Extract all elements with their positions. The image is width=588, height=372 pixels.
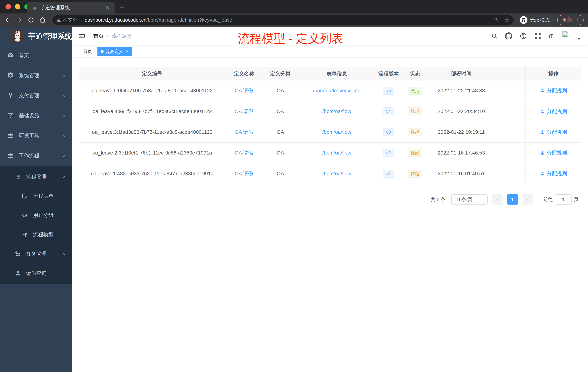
column-header-actions: 操作 <box>525 67 581 80</box>
form-link[interactable]: /bpm/oa/flow <box>322 171 351 176</box>
sidebar-item-label: 流程模型 <box>33 231 53 238</box>
sidebar-item-process-management[interactable]: 流程管理 ∧ <box>0 167 72 186</box>
text-size-icon[interactable]: tT <box>549 34 553 38</box>
definition-category: OA <box>263 129 298 135</box>
password-key-icon[interactable] <box>494 17 499 23</box>
app-title: 芋道管理系统 <box>28 31 72 41</box>
broken-image-icon <box>561 30 569 38</box>
sidebar-item-system[interactable]: 系统管理 ∨ <box>0 66 72 86</box>
sidebar-item-payment[interactable]: ¥ 支付管理 ∨ <box>0 86 72 106</box>
user-icon <box>540 109 545 114</box>
form-link[interactable]: /bpm/oa/flow <box>322 150 351 156</box>
definition-id: oa_leave:3:1fad3d93-7b75-11ec-a3c8-acde4… <box>79 129 225 135</box>
tags-view: 首页 流程定义 ✕ <box>72 45 588 58</box>
assign-rule-button[interactable]: 分配规则 <box>540 87 567 94</box>
assign-rule-button[interactable]: 分配规则 <box>540 170 567 177</box>
browser-update-button[interactable]: 更新 ⋮ <box>557 15 584 25</box>
toolbox-icon <box>7 152 14 159</box>
pagination-total: 共 5 条 <box>431 196 445 203</box>
sidebar-item-task-management[interactable]: 任务管理 ∨ <box>0 244 72 263</box>
bookmark-star-icon[interactable]: ☆ <box>504 17 510 23</box>
version-badge: v3 <box>383 128 394 136</box>
tab-close-icon[interactable]: ✕ <box>106 5 110 11</box>
sidebar-menu: 首页 系统管理 ∨ ¥ 支付管理 ∨ 基础设施 ∨ 研发工具 ∨ <box>0 45 72 284</box>
user-icon <box>540 130 545 135</box>
help-icon[interactable] <box>520 33 527 40</box>
breadcrumb-home[interactable]: 首页 <box>94 33 104 40</box>
definition-name-link[interactable]: OA 请假 <box>235 87 253 94</box>
sidebar-item-workflow[interactable]: 工作流程 ∧ <box>0 146 72 166</box>
workflow-submenu: 流程管理 ∧ 流程表单 用户分组 流程模型 任务管理 <box>0 166 72 284</box>
form-link[interactable]: /bpm/oa/flow <box>322 109 351 114</box>
toolbox-icon <box>7 132 14 139</box>
sidebar-collapse-icon[interactable] <box>78 33 85 40</box>
chevron-down-icon: ∨ <box>63 134 66 137</box>
sidebar-item-label: 请假查询 <box>26 270 47 277</box>
table-row: oa_leave:1:482ec033-762a-11ec-8477-a2380… <box>79 164 581 184</box>
breadcrumb: 首页 / 流程定义 <box>94 33 132 40</box>
app-logo <box>12 30 24 42</box>
home-button[interactable] <box>39 17 46 23</box>
definition-name-link[interactable]: OA 请假 <box>235 149 253 156</box>
form-link[interactable]: /bpm/oa/flow <box>322 129 351 135</box>
reload-button[interactable] <box>28 17 34 23</box>
search-icon[interactable] <box>491 33 498 39</box>
version-badge: v4 <box>383 107 394 115</box>
sidebar: 芋道管理系统 首页 系统管理 ∨ ¥ 支付管理 ∨ 基础设施 ∨ <box>0 27 72 372</box>
sidebar-item-leave-query[interactable]: 请假查询 <box>0 263 72 283</box>
sidebar-item-dev-tools[interactable]: 研发工具 ∨ <box>0 126 72 146</box>
window-minimize-button[interactable] <box>15 4 20 10</box>
sidebar-item-home[interactable]: 首页 <box>0 45 72 66</box>
chevron-up-icon: ∧ <box>63 154 66 157</box>
definition-category: OA <box>263 88 298 94</box>
tab-title: 芋道管理系统 <box>40 4 104 11</box>
incognito-label: 无痕模式 <box>530 17 550 23</box>
deploy-time: 2022-01-22 21:48:38 <box>429 88 494 94</box>
user-icon <box>540 171 545 176</box>
definition-category: OA <box>263 109 298 114</box>
next-page-button[interactable]: › <box>523 194 533 205</box>
goto-page-input[interactable] <box>555 194 572 205</box>
window-close-button[interactable] <box>5 4 11 10</box>
definition-id: oa_leave:4:991f2193-7b7f-11ec-a3c8-acde4… <box>79 109 225 114</box>
assign-rule-button[interactable]: 分配规则 <box>540 108 567 115</box>
security-warning-icon <box>56 18 61 22</box>
forward-button[interactable] <box>16 17 22 23</box>
sidebar-item-process-model[interactable]: 流程模型 <box>0 225 72 244</box>
sidebar-item-process-form[interactable]: 流程表单 <box>0 186 72 206</box>
avatar[interactable] <box>560 29 575 43</box>
caret-down-icon[interactable]: ▾ <box>578 36 580 42</box>
status-badge: 挂起 <box>408 149 422 157</box>
back-button[interactable] <box>4 17 11 23</box>
robot-face-icon <box>21 212 28 219</box>
column-header-id: 定义编号 <box>79 70 225 77</box>
sidebar-item-user-group[interactable]: 用户分组 <box>0 206 72 225</box>
list-icon <box>15 174 21 180</box>
yen-icon: ¥ <box>7 92 14 99</box>
sidebar-item-infrastructure[interactable]: 基础设施 ∨ <box>0 106 72 126</box>
browser-tab[interactable]: 芋道管理系统 ✕ <box>27 2 115 13</box>
new-tab-button[interactable]: + <box>120 3 124 11</box>
prev-page-button[interactable]: ‹ <box>492 194 503 205</box>
github-icon[interactable] <box>505 33 512 40</box>
fullscreen-icon[interactable] <box>534 33 541 40</box>
definition-name-link[interactable]: OA 请假 <box>235 170 253 177</box>
sidebar-item-label: 支付管理 <box>19 92 39 99</box>
site-favicon-icon <box>32 5 37 10</box>
tag-home[interactable]: 首页 <box>80 47 95 56</box>
form-edit-icon <box>21 193 28 199</box>
paper-plane-icon <box>21 231 28 238</box>
current-page-button[interactable]: 1 <box>507 194 518 205</box>
deploy-time: 2022-01-22 19:19:11 <box>429 129 494 135</box>
tag-close-icon[interactable]: ✕ <box>126 49 129 54</box>
page-annotation-title: 流程模型 - 定义列表 <box>238 31 344 46</box>
page-size-select[interactable]: 10条/页 ∨ <box>451 194 488 205</box>
definition-name-link[interactable]: OA 请假 <box>235 108 253 115</box>
definition-name-link[interactable]: OA 请假 <box>235 129 253 136</box>
browser-menu-icon[interactable]: ⋮ <box>575 17 580 23</box>
form-link[interactable]: /bpm/oa/leave/create <box>313 88 361 94</box>
url-bar[interactable]: 不安全 dashboard.yudao.iocoder.cn/bpm/manag… <box>52 15 514 25</box>
assign-rule-button[interactable]: 分配规则 <box>540 129 567 136</box>
assign-rule-button[interactable]: 分配规则 <box>540 149 567 156</box>
tag-process-definition[interactable]: 流程定义 ✕ <box>97 47 132 56</box>
